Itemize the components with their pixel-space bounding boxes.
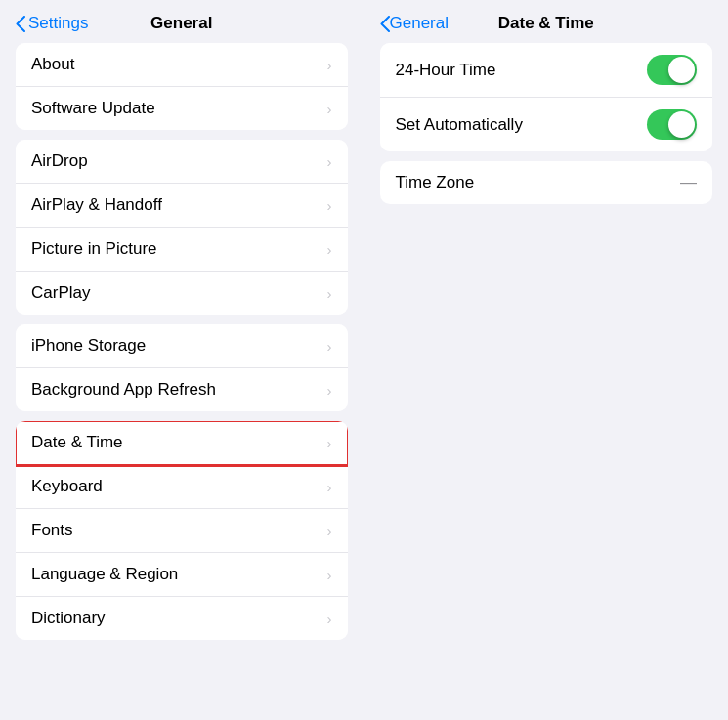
left-item-background-app-refresh[interactable]: Background App Refresh › <box>16 368 348 411</box>
left-item-fonts[interactable]: Fonts › <box>16 509 348 553</box>
left-item-dictionary[interactable]: Dictionary › <box>16 597 348 640</box>
right-group-2: Time Zone — <box>380 161 713 204</box>
right-panel: General Date & Time 24-Hour Time Set Aut… <box>364 0 729 720</box>
right-item-set-automatically-label: Set Automatically <box>396 115 523 135</box>
left-item-language-region[interactable]: Language & Region › <box>16 553 348 597</box>
chevron-airdrop-icon: › <box>327 153 332 170</box>
left-back-label: Settings <box>28 14 88 33</box>
left-item-date-time[interactable]: Date & Time › <box>16 421 348 465</box>
right-back-label: General <box>390 14 449 33</box>
left-group-4: Date & Time › Keyboard › Fonts › Languag… <box>16 421 348 640</box>
right-item-time-zone[interactable]: Time Zone — <box>380 161 713 204</box>
left-settings-list: About › Software Update › AirDrop › AirP… <box>0 43 364 640</box>
right-item-time-zone-label: Time Zone <box>396 173 475 192</box>
left-item-dictionary-label: Dictionary <box>31 609 106 628</box>
left-item-language-region-label: Language & Region <box>31 565 178 584</box>
chevron-language-region-icon: › <box>327 567 332 583</box>
left-item-airdrop[interactable]: AirDrop › <box>16 140 348 184</box>
left-item-carplay-label: CarPlay <box>31 283 90 303</box>
24hour-time-toggle-knob <box>668 57 695 83</box>
left-back-button[interactable]: Settings <box>16 14 88 33</box>
chevron-keyboard-icon: › <box>327 479 332 495</box>
left-panel: Settings General About › Software Update… <box>0 0 364 720</box>
left-item-date-time-label: Date & Time <box>31 433 123 452</box>
right-nav-bar: General Date & Time <box>364 0 729 43</box>
left-item-keyboard[interactable]: Keyboard › <box>16 465 348 509</box>
left-group-3: iPhone Storage › Background App Refresh … <box>16 324 348 411</box>
chevron-airplay-handoff-icon: › <box>327 197 332 214</box>
left-item-background-app-refresh-label: Background App Refresh <box>31 380 216 400</box>
left-item-airdrop-label: AirDrop <box>31 151 88 171</box>
left-item-picture-in-picture-label: Picture in Picture <box>31 239 157 259</box>
chevron-background-app-refresh-icon: › <box>327 382 332 399</box>
right-item-24hour-time-label: 24-Hour Time <box>396 61 496 80</box>
left-group-1: About › Software Update › <box>16 43 348 130</box>
left-item-iphone-storage[interactable]: iPhone Storage › <box>16 324 348 368</box>
left-item-carplay[interactable]: CarPlay › <box>16 272 348 315</box>
right-item-set-automatically: Set Automatically <box>380 98 713 151</box>
chevron-picture-in-picture-icon: › <box>327 241 332 258</box>
right-nav-title: Date & Time <box>498 14 594 33</box>
left-item-about[interactable]: About › <box>16 43 348 87</box>
right-item-time-zone-value: — <box>680 173 697 192</box>
chevron-dictionary-icon: › <box>327 611 332 627</box>
right-back-button[interactable]: General <box>380 14 449 33</box>
left-item-fonts-label: Fonts <box>31 521 73 540</box>
left-item-about-label: About <box>31 55 74 74</box>
right-group-1: 24-Hour Time Set Automatically <box>380 43 713 151</box>
left-item-software-update-label: Software Update <box>31 99 155 118</box>
chevron-about-icon: › <box>327 57 332 73</box>
left-group-2: AirDrop › AirPlay & Handoff › Picture in… <box>16 140 348 315</box>
chevron-iphone-storage-icon: › <box>327 338 332 355</box>
24hour-time-toggle[interactable] <box>647 55 697 85</box>
left-item-picture-in-picture[interactable]: Picture in Picture › <box>16 228 348 272</box>
chevron-fonts-icon: › <box>327 523 332 539</box>
left-nav-bar: Settings General <box>0 0 364 43</box>
chevron-date-time-icon: › <box>327 435 332 451</box>
left-item-software-update[interactable]: Software Update › <box>16 87 348 130</box>
chevron-carplay-icon: › <box>327 285 332 302</box>
left-nav-title: General <box>150 14 212 33</box>
left-item-iphone-storage-label: iPhone Storage <box>31 336 146 356</box>
set-automatically-toggle-knob <box>668 111 695 138</box>
right-item-24hour-time: 24-Hour Time <box>380 43 713 98</box>
left-item-airplay-handoff[interactable]: AirPlay & Handoff › <box>16 184 348 228</box>
left-item-keyboard-label: Keyboard <box>31 477 103 496</box>
set-automatically-toggle[interactable] <box>647 109 697 140</box>
right-settings-list: 24-Hour Time Set Automatically Time Zone… <box>364 43 729 204</box>
left-item-airplay-handoff-label: AirPlay & Handoff <box>31 195 162 215</box>
chevron-software-update-icon: › <box>327 101 332 117</box>
